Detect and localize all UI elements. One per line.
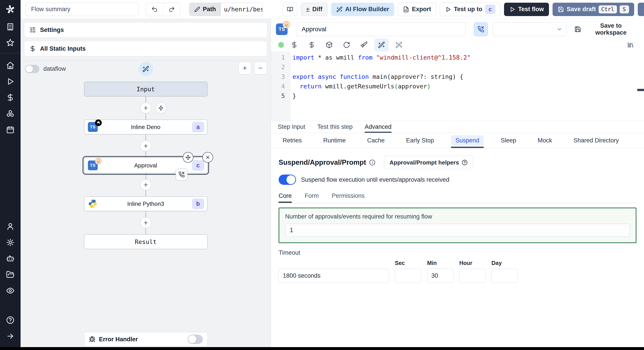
path-button-group[interactable]: Path u/henri/bes bbox=[189, 3, 263, 16]
docs-book-button[interactable] bbox=[283, 3, 297, 16]
error-handler-toggle[interactable] bbox=[188, 335, 203, 344]
tab-mock[interactable]: Mock bbox=[533, 133, 556, 148]
step-node-b[interactable]: Inline Python3 b bbox=[84, 196, 208, 211]
step-title-input[interactable] bbox=[296, 22, 466, 36]
undo-button[interactable] bbox=[146, 3, 163, 16]
move-icon bbox=[185, 155, 191, 160]
edge-line bbox=[146, 190, 146, 196]
test-flow-button[interactable]: Test flow bbox=[504, 3, 549, 16]
ai-assist-off-button[interactable] bbox=[392, 38, 406, 51]
timeout-sec-group: Sec bbox=[395, 260, 421, 283]
insert-step-button[interactable] bbox=[140, 141, 151, 151]
delete-step-button[interactable] bbox=[202, 152, 213, 163]
sec-input[interactable] bbox=[395, 269, 421, 283]
save-to-workspace-button[interactable]: Save to workspace bbox=[574, 22, 638, 36]
favorites-star-icon[interactable] bbox=[0, 35, 20, 51]
tab-core[interactable]: Core bbox=[278, 190, 292, 203]
tab-test-this-step[interactable]: Test this step bbox=[317, 121, 353, 133]
test-up-to-button[interactable]: Test up toc bbox=[440, 3, 500, 16]
redo-button[interactable] bbox=[163, 3, 180, 16]
path-edit-button[interactable]: Path bbox=[190, 3, 221, 16]
insert-step-button[interactable] bbox=[140, 217, 151, 228]
zoom-out-button[interactable] bbox=[254, 62, 267, 74]
error-handler-bar[interactable]: Error Handler bbox=[84, 332, 208, 347]
min-input[interactable] bbox=[427, 269, 454, 283]
suspend-enable-toggle[interactable] bbox=[278, 175, 296, 185]
tab-suspend[interactable]: Suspend bbox=[451, 133, 484, 148]
plus-icon bbox=[143, 220, 149, 226]
approvals-required-input[interactable] bbox=[285, 224, 630, 237]
step-c-label: Approval bbox=[134, 162, 157, 169]
script-version-select[interactable] bbox=[492, 22, 567, 36]
step-b-id-badge: b bbox=[192, 198, 204, 209]
approval-prompt-helpers-button[interactable]: Approval/Prompt helpers bbox=[384, 156, 473, 169]
audit-eye-icon[interactable] bbox=[0, 283, 20, 299]
schedules-calendar-icon[interactable] bbox=[0, 122, 20, 138]
tab-form[interactable]: Form bbox=[305, 190, 319, 203]
dataflow-toggle[interactable] bbox=[25, 65, 39, 73]
insert-step-button[interactable] bbox=[140, 179, 151, 190]
result-node[interactable]: Result bbox=[84, 234, 208, 249]
add-trigger-button[interactable] bbox=[156, 103, 166, 113]
ai-assist-button[interactable] bbox=[374, 38, 389, 51]
language-status-dot bbox=[278, 42, 284, 48]
scrollbar-thumb[interactable] bbox=[637, 89, 644, 91]
tab-shared-directory[interactable]: Shared Directory bbox=[569, 133, 624, 148]
workspace-icon[interactable] bbox=[0, 19, 20, 35]
home-icon[interactable] bbox=[0, 57, 20, 73]
settings-gear-icon[interactable] bbox=[0, 234, 20, 250]
help-icon[interactable] bbox=[0, 312, 20, 328]
workers-robot-icon[interactable] bbox=[0, 250, 20, 267]
zoom-in-button[interactable] bbox=[238, 62, 251, 74]
timeout-seconds-input[interactable] bbox=[278, 269, 389, 283]
package-button[interactable] bbox=[322, 38, 336, 51]
tab-early-stop[interactable]: Early Stop bbox=[402, 133, 438, 148]
folders-icon[interactable] bbox=[0, 267, 20, 283]
library-button[interactable] bbox=[624, 38, 638, 51]
diff-button[interactable]: ±Diff bbox=[301, 3, 327, 16]
all-static-inputs-bar[interactable]: All Static Inputs bbox=[24, 41, 267, 56]
ai-flow-builder-button[interactable]: AI Flow Builder bbox=[331, 3, 394, 16]
variables-dollar-icon[interactable] bbox=[0, 90, 20, 106]
users-icon[interactable] bbox=[0, 218, 20, 234]
save-draft-button[interactable]: Save draftCtrlS bbox=[552, 3, 634, 16]
step-a-label: Inline Deno bbox=[131, 124, 160, 131]
code-editor[interactable]: 1 import * as wmill from "windmill-clien… bbox=[271, 51, 644, 121]
ai-wand-button[interactable] bbox=[139, 62, 153, 76]
deploy-button-partial[interactable] bbox=[638, 3, 644, 16]
tab-sleep[interactable]: Sleep bbox=[496, 133, 520, 148]
add-resource-button[interactable] bbox=[304, 38, 319, 51]
tab-retries[interactable]: Retries bbox=[278, 133, 306, 148]
connector bbox=[140, 96, 151, 120]
diff-label: Diff bbox=[312, 6, 322, 13]
hour-input[interactable] bbox=[459, 269, 486, 283]
tab-advanced[interactable]: Advanced bbox=[365, 121, 392, 133]
resources-cubes-icon[interactable] bbox=[0, 106, 20, 122]
reload-button[interactable] bbox=[340, 38, 354, 51]
tab-cache[interactable]: Cache bbox=[363, 133, 389, 148]
dollar-icon bbox=[291, 41, 298, 48]
sec-label: Sec bbox=[395, 260, 421, 266]
insert-step-button[interactable] bbox=[140, 103, 151, 113]
tab-runtime[interactable]: Runtime bbox=[319, 133, 350, 148]
export-button[interactable]: Export bbox=[398, 3, 436, 16]
collapse-arrow-icon[interactable] bbox=[0, 328, 20, 344]
windmill-logo-icon[interactable] bbox=[0, 0, 20, 19]
tab-permissions[interactable]: Permissions bbox=[332, 190, 365, 203]
day-input[interactable] bbox=[492, 269, 518, 283]
move-step-button[interactable] bbox=[183, 152, 194, 163]
tab-step-input[interactable]: Step Input bbox=[278, 121, 305, 133]
info-icon[interactable] bbox=[369, 159, 376, 166]
step-node-c-selected[interactable]: TS Approval c bbox=[84, 158, 208, 173]
phone-incoming-icon bbox=[478, 26, 484, 33]
runs-play-icon[interactable] bbox=[0, 73, 20, 90]
flow-summary-input[interactable] bbox=[26, 3, 139, 16]
timeout-hour-group: Hour bbox=[459, 260, 486, 283]
step-node-a[interactable]: TS Inline Deno a bbox=[84, 120, 208, 134]
add-variable-button[interactable] bbox=[287, 38, 302, 51]
format-button[interactable] bbox=[357, 38, 371, 51]
suspend-phone-button[interactable] bbox=[474, 22, 488, 36]
suspend-phone-indicator[interactable] bbox=[176, 169, 188, 180]
flow-settings-bar[interactable]: Settings bbox=[24, 22, 267, 37]
input-node[interactable]: Input bbox=[84, 82, 208, 96]
